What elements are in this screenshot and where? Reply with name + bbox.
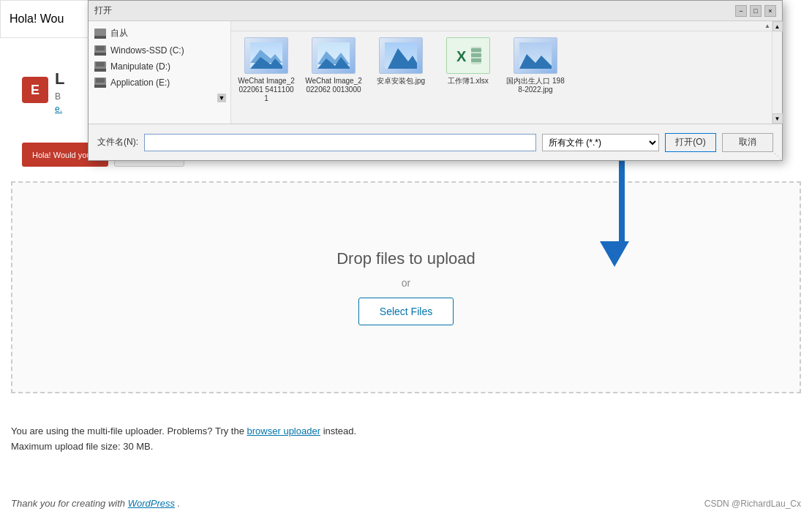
drop-text: Drop files to upload <box>337 249 475 268</box>
maximize-button[interactable]: □ <box>750 5 762 17</box>
arrow-shaft <box>619 150 625 245</box>
file-item-1[interactable]: WeChat Image_2022062 0013000 <box>304 37 363 118</box>
max-size-text: Maximum upload file size: 30 MB. <box>11 441 356 452</box>
dialog-titlebar: 打开 − □ × <box>89 1 782 21</box>
drive-e-icon <box>94 77 106 88</box>
dialog-title: 打开 <box>94 4 112 17</box>
file-name-1: WeChat Image_2022062 0013000 <box>304 77 363 94</box>
thanks-text: Thank you for creating with <box>11 498 125 509</box>
filetype-select[interactable]: 所有文件 (*.*) <box>542 134 659 151</box>
page-link[interactable]: e. <box>55 104 62 114</box>
files-container: ▲ <box>231 21 772 124</box>
uploader-info: You are using the multi-file uploader. P… <box>11 425 356 436</box>
dialog-bottom-bar: 文件名(N): 所有文件 (*.*) 打开(O) 取消 <box>89 124 782 160</box>
drive-item-e[interactable]: Application (E:) <box>89 75 230 91</box>
file-thumb-0 <box>244 37 288 74</box>
select-files-button[interactable]: Select Files <box>358 298 454 325</box>
file-name-3: 工作簿1.xlsx <box>448 77 489 86</box>
drive-c-icon <box>94 45 106 56</box>
or-text: or <box>402 277 410 289</box>
drive-label-recent: 自从 <box>110 27 128 39</box>
resize-handle[interactable] <box>773 151 782 160</box>
file-thumb-4 <box>514 37 557 74</box>
wordpress-link[interactable]: WordPress <box>128 498 175 509</box>
drive-item-d[interactable]: Manipulate (D:) <box>89 58 230 75</box>
excel-icon: X <box>452 42 484 69</box>
svg-text:X: X <box>456 48 467 64</box>
scroll-up-icon[interactable]: ▲ <box>764 23 770 29</box>
drives-scroll-down[interactable]: ▼ <box>217 94 226 102</box>
file-item-0[interactable]: WeChat Image_2022061 54111001 <box>237 37 296 118</box>
drive-item-recent[interactable]: 自从 <box>89 24 230 42</box>
uploader-suffix: instead. <box>323 425 357 436</box>
file-thumb-3: X <box>446 37 490 74</box>
drives-panel: 自从 Windows-SSD (C:) Manipulate (D:) Appl… <box>89 21 231 124</box>
sidebar-icon[interactable]: E <box>22 77 48 103</box>
notification-text: Hola! Wou <box>10 12 64 26</box>
close-button[interactable]: × <box>764 5 776 17</box>
uploader-text: You are using the multi-file uploader. P… <box>11 425 244 436</box>
files-area: WeChat Image_2022061 54111001 <box>231 31 772 124</box>
arrow-annotation <box>600 150 644 267</box>
sidebar-icon-letter: E <box>31 83 40 98</box>
scroll-down-button[interactable]: ▼ <box>772 113 783 124</box>
file-item-3[interactable]: X 工作簿1.xlsx <box>439 37 497 118</box>
footer-credit: CSDN @RichardLau_Cx <box>704 499 801 509</box>
recent-icon <box>94 29 106 39</box>
drive-label-e: Application (E:) <box>110 77 170 88</box>
footer-thanks: Thank you for creating with WordPress . <box>11 498 180 509</box>
filename-label: 文件名(N): <box>97 136 138 148</box>
file-item-2[interactable]: 安卓安装包.jpg <box>372 37 430 118</box>
file-name-0: WeChat Image_2022061 54111001 <box>237 77 296 103</box>
file-item-4[interactable]: 国内出生人口 1988-2022.jpg <box>506 37 565 118</box>
cancel-button[interactable]: 取消 <box>722 133 773 152</box>
minimize-button[interactable]: − <box>735 5 747 17</box>
filename-input[interactable] <box>144 134 536 151</box>
file-dialog: 打开 − □ × 自从 Windows-SSD (C:) Manipulate … <box>88 0 783 161</box>
browser-uploader-link[interactable]: browser uploader <box>247 425 320 436</box>
thanks-suffix: . <box>178 498 181 509</box>
svg-rect-13 <box>471 58 481 62</box>
file-thumb-1 <box>312 37 356 74</box>
drive-label-c: Windows-SSD (C:) <box>110 45 184 56</box>
drive-label-d: Manipulate (D:) <box>110 61 170 72</box>
file-browser: 自从 Windows-SSD (C:) Manipulate (D:) Appl… <box>89 21 782 124</box>
footer-info: You are using the multi-file uploader. P… <box>11 425 356 456</box>
svg-rect-12 <box>471 53 481 57</box>
scroll-up-button[interactable]: ▲ <box>772 21 783 31</box>
open-button[interactable]: 打开(O) <box>665 133 716 152</box>
dialog-controls: − □ × <box>735 5 776 17</box>
file-name-4: 国内出生人口 1988-2022.jpg <box>506 77 565 94</box>
top-scrollbar: ▲ <box>231 21 772 31</box>
drive-item-c[interactable]: Windows-SSD (C:) <box>89 42 230 58</box>
upload-drop-zone: Drop files to upload or Select Files <box>11 181 801 393</box>
file-thumb-2 <box>379 37 423 74</box>
svg-rect-11 <box>471 48 481 52</box>
drive-d-icon <box>94 61 106 72</box>
file-name-2: 安卓安装包.jpg <box>377 77 425 86</box>
arrow-head <box>600 241 629 267</box>
files-scrollbar: ▲ ▼ <box>772 21 782 124</box>
